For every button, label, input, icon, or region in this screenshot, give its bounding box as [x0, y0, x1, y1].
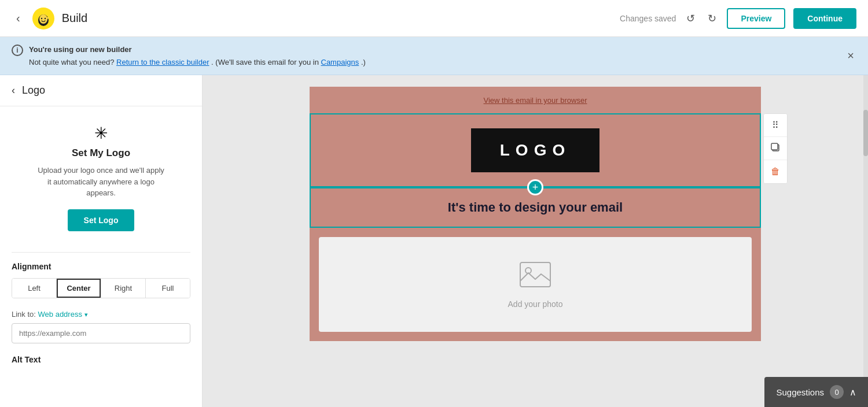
set-logo-star-icon: ✳: [12, 124, 190, 143]
photo-block[interactable]: Add your photo: [319, 237, 752, 332]
drag-handle-button[interactable]: ⠿: [764, 114, 787, 137]
panel-header: ‹ Logo: [0, 75, 202, 106]
logo-block-container: LOGO ⠿: [310, 113, 761, 187]
duplicate-block-button[interactable]: [764, 137, 787, 160]
left-panel: ‹ Logo ✳ Set My Logo Upload your logo on…: [0, 75, 203, 407]
block-actions: ⠿ 🗑: [763, 113, 788, 184]
banner-text: You're using our new builder Not quite w…: [29, 44, 366, 68]
plus-divider: +: [310, 182, 761, 193]
link-type-arrow: ▾: [84, 311, 88, 318]
header: ‹ Build Changes saved ↺ ↻ Preview Contin…: [0, 0, 868, 37]
align-full-button[interactable]: Full: [146, 279, 190, 298]
svg-point-5: [46, 17, 49, 18]
email-view-bar: View this email in your browser: [310, 87, 761, 113]
header-right: Changes saved ↺ ↻ Preview Continue: [620, 8, 856, 29]
panel-content: ✳ Set My Logo Upload your logo once and …: [0, 106, 202, 380]
divider-1: [12, 252, 190, 253]
align-center-button[interactable]: Center: [57, 279, 101, 298]
photo-label: Add your photo: [508, 299, 563, 309]
url-input[interactable]: [12, 323, 190, 343]
panel-back-button[interactable]: ‹: [12, 84, 15, 97]
canvas-scrollbar-thumb: [863, 110, 868, 156]
campaigns-link[interactable]: Campaigns: [321, 58, 359, 66]
link-type-value[interactable]: Web address: [38, 310, 82, 319]
main-area: ‹ Logo ✳ Set My Logo Upload your logo on…: [0, 75, 868, 407]
banner-title: You're using our new builder: [29, 44, 366, 56]
canvas-area: View this email in your browser LOGO ⠿: [203, 75, 868, 407]
info-banner: i You're using our new builder Not quite…: [0, 37, 868, 75]
undo-button[interactable]: ↺: [684, 10, 697, 27]
suggestions-chevron-icon: ∧: [849, 387, 856, 398]
preview-button[interactable]: Preview: [727, 8, 785, 29]
email-outer: View this email in your browser LOGO ⠿: [310, 87, 761, 341]
logo-image: LOGO: [471, 128, 599, 172]
redo-button[interactable]: ↻: [705, 10, 719, 27]
banner-left: i You're using our new builder Not quite…: [12, 44, 366, 68]
duplicate-icon: [770, 142, 781, 155]
delete-block-button[interactable]: 🗑: [764, 160, 787, 183]
panel-title: Logo: [22, 84, 45, 97]
banner-body: Not quite what you need? Return to the c…: [29, 58, 366, 66]
link-label: Link to: Web address ▾: [12, 310, 190, 319]
header-left: ‹ Build: [12, 7, 87, 30]
continue-button[interactable]: Continue: [793, 8, 856, 29]
photo-placeholder-icon: [518, 260, 553, 291]
delete-icon: 🗑: [771, 166, 780, 177]
set-logo-title: Set My Logo: [12, 147, 190, 159]
headline-text: It's time to design your email: [325, 200, 746, 215]
svg-point-4: [44, 17, 45, 18]
alt-text-label: Alt Text: [12, 355, 190, 364]
alignment-group: Left Center Right Full: [12, 278, 190, 298]
back-button[interactable]: ‹: [12, 9, 25, 27]
header-title: Build: [62, 12, 87, 25]
logo-block-inner: LOGO: [311, 114, 760, 186]
set-logo-button[interactable]: Set Logo: [68, 209, 135, 231]
changes-saved-text: Changes saved: [620, 14, 676, 23]
canvas-inner: View this email in your browser LOGO ⠿: [275, 75, 796, 407]
banner-close-button[interactable]: ×: [845, 49, 856, 62]
svg-rect-8: [520, 262, 550, 287]
svg-point-3: [41, 17, 42, 18]
info-icon: i: [12, 45, 23, 56]
photo-section: Add your photo: [310, 228, 761, 341]
mailchimp-logo: [32, 7, 55, 30]
suggestions-label: Suggestions: [776, 387, 824, 397]
set-logo-section: ✳ Set My Logo Upload your logo once and …: [12, 118, 190, 243]
align-left-button[interactable]: Left: [12, 279, 57, 298]
suggestions-bar[interactable]: Suggestions 0 ∧: [764, 377, 868, 407]
add-block-button[interactable]: +: [527, 179, 543, 195]
alignment-label: Alignment: [12, 262, 190, 271]
svg-point-2: [39, 14, 47, 24]
classic-builder-link[interactable]: Return to the classic builder: [116, 58, 209, 66]
set-logo-desc: Upload your logo once and we'll apply it…: [38, 165, 165, 199]
logo-block[interactable]: LOGO: [310, 113, 761, 187]
svg-rect-7: [771, 143, 778, 150]
drag-icon: ⠿: [772, 120, 779, 131]
view-in-browser-link[interactable]: View this email in your browser: [484, 96, 587, 105]
align-right-button[interactable]: Right: [101, 279, 146, 298]
suggestions-count: 0: [830, 385, 844, 399]
canvas-scrollbar[interactable]: [863, 75, 868, 407]
